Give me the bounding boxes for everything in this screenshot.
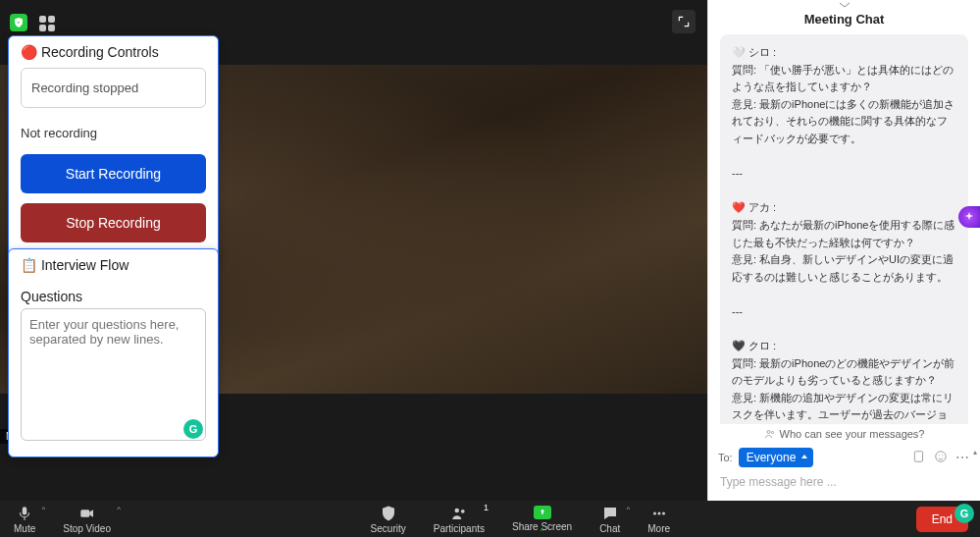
recording-status-text: Not recording bbox=[21, 120, 206, 154]
recording-status-box: Recording stopped bbox=[21, 68, 206, 108]
meeting-chat-panel: Meeting Chat 🤍 シロ : 質問: 「使い勝手が悪い」とは具体的には… bbox=[707, 0, 980, 501]
encryption-shield-icon[interactable] bbox=[10, 14, 27, 31]
svg-point-0 bbox=[767, 431, 770, 434]
stop-video-button[interactable]: Stop Video ^ bbox=[49, 501, 125, 537]
ai-assistant-launcher-icon[interactable] bbox=[958, 206, 980, 228]
grammarly-floating-icon[interactable]: G bbox=[954, 504, 974, 523]
svg-rect-2 bbox=[914, 452, 922, 462]
interview-flow-panel: 📋 Interview Flow Questions G bbox=[8, 248, 219, 457]
chat-options-caret-icon[interactable]: ^ bbox=[626, 505, 630, 513]
svg-rect-7 bbox=[80, 510, 89, 517]
grammarly-icon[interactable]: G bbox=[183, 419, 203, 439]
svg-point-1 bbox=[771, 431, 773, 433]
share-options-caret-icon[interactable]: ^ bbox=[541, 526, 544, 535]
interview-panel-title: 📋 Interview Flow bbox=[9, 249, 218, 281]
chat-visibility-hint[interactable]: Who can see your messages? bbox=[708, 424, 980, 444]
video-options-caret-icon[interactable]: ^ bbox=[117, 505, 121, 513]
security-label: Security bbox=[371, 523, 406, 534]
chat-collapse-toggle[interactable] bbox=[708, 0, 980, 8]
svg-point-11 bbox=[657, 511, 660, 514]
start-recording-button[interactable]: Start Recording bbox=[21, 154, 206, 193]
svg-rect-6 bbox=[23, 507, 27, 514]
recording-panel-title: 🔴 Recording Controls bbox=[9, 36, 218, 68]
meeting-toolbar: Mute ^ Stop Video ^ Security 1 Participa… bbox=[0, 501, 980, 537]
recording-controls-panel: 🔴 Recording Controls Recording stopped N… bbox=[8, 35, 219, 263]
participants-label: Participants bbox=[434, 523, 485, 534]
chat-button[interactable]: Chat ^ bbox=[586, 501, 634, 537]
mute-options-caret-icon[interactable]: ^ bbox=[41, 505, 45, 513]
stop-recording-button[interactable]: Stop Recording bbox=[21, 203, 206, 242]
security-button[interactable]: Security bbox=[357, 501, 420, 537]
chat-more-options-icon[interactable]: ⋯ bbox=[955, 450, 970, 465]
svg-point-5 bbox=[942, 455, 943, 456]
svg-point-12 bbox=[662, 511, 665, 514]
svg-point-9 bbox=[461, 509, 465, 512]
participants-button[interactable]: 1 Participants bbox=[420, 501, 498, 537]
questions-section-label: Questions bbox=[9, 281, 218, 308]
emoji-icon[interactable] bbox=[934, 450, 948, 465]
svg-point-4 bbox=[939, 455, 940, 456]
chat-message-input[interactable] bbox=[718, 471, 970, 493]
chat-visibility-text: Who can see your messages? bbox=[780, 428, 925, 440]
view-layout-icon[interactable] bbox=[37, 14, 57, 33]
chat-to-label: To: bbox=[718, 452, 733, 463]
chat-message-list[interactable]: 🤍 シロ : 質問: 「使い勝手が悪い」とは具体的にはどのような点を指しています… bbox=[708, 34, 980, 424]
enter-fullscreen-button[interactable] bbox=[672, 10, 696, 33]
chat-panel-title: Meeting Chat bbox=[708, 8, 980, 34]
svg-point-3 bbox=[936, 452, 947, 462]
svg-point-10 bbox=[653, 511, 656, 514]
more-button[interactable]: More bbox=[634, 501, 684, 537]
participants-count: 1 bbox=[484, 503, 489, 512]
mute-label: Mute bbox=[14, 523, 35, 534]
chat-label: Chat bbox=[599, 523, 620, 534]
file-attach-icon[interactable] bbox=[912, 450, 926, 465]
chat-recipient-selector[interactable]: Everyone bbox=[739, 448, 814, 467]
svg-point-8 bbox=[454, 508, 459, 512]
questions-textarea[interactable] bbox=[21, 308, 206, 441]
share-screen-button[interactable]: Share Screen ^ bbox=[498, 501, 586, 537]
mute-button[interactable]: Mute ^ bbox=[0, 501, 49, 537]
more-label: More bbox=[647, 523, 670, 534]
chat-message: 🤍 シロ : 質問: 「使い勝手が悪い」とは具体的にはどのような点を指しています… bbox=[720, 34, 968, 424]
stop-video-label: Stop Video bbox=[63, 523, 111, 534]
